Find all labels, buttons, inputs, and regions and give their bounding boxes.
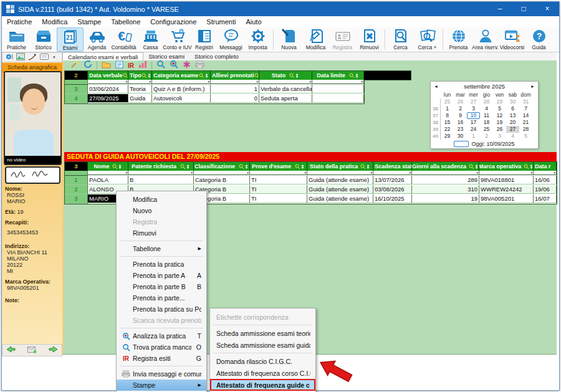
row-number[interactable]: 3 — [65, 85, 88, 94]
webcam-lens-icon[interactable] — [6, 52, 13, 63]
column-header-data-verbale[interactable]: Data verbale — [88, 71, 128, 80]
cell-prove[interactable]: TI — [250, 194, 307, 203]
filter-cell[interactable]: ▾ — [312, 80, 364, 84]
calendar-day[interactable]: 19 — [493, 119, 506, 126]
cell-nome[interactable]: PAOLA — [88, 176, 128, 184]
row-number[interactable]: 4 — [65, 94, 88, 103]
send-mail-icon[interactable] — [27, 345, 37, 356]
cell-tipo[interactable]: Guida — [128, 94, 152, 103]
zoom-plus-icon[interactable] — [170, 60, 178, 71]
cell-data-r[interactable]: 19/06 — [534, 185, 557, 194]
column-header-data-r[interactable]: Data r — [534, 162, 557, 171]
cell-data-r[interactable]: 16/07 — [534, 194, 557, 203]
photo-image-icon[interactable] — [16, 52, 25, 63]
magic-wand-icon[interactable] — [70, 60, 79, 71]
open-folder-icon[interactable] — [102, 60, 111, 71]
calendar-day[interactable]: 9 — [454, 112, 467, 119]
next-record-arrow-icon[interactable] — [48, 345, 58, 356]
asterisk-icon[interactable] — [183, 60, 191, 71]
menu-item-invia-messaggi[interactable]: Invia messaggi e comunicazioni — [117, 368, 206, 380]
filter-cell[interactable]: ▾ — [259, 80, 312, 84]
submenu-item-attestato-guide-obbligatorie[interactable]: Attestato di frequenza guide obbligatori… — [210, 379, 315, 391]
toolbar-button-imposta[interactable]: Imposta — [244, 27, 271, 52]
printer-icon[interactable] — [195, 60, 204, 71]
menu-item-prenota-la-pratica[interactable]: Prenota la pratica — [117, 259, 206, 270]
calendar-day[interactable]: 5 — [493, 105, 506, 112]
cell-categoria[interactable]: Quiz A e B (inform.) — [152, 85, 211, 93]
cell-giorni[interactable]: 19 — [412, 194, 479, 203]
calendar-day[interactable]: 3 — [467, 105, 480, 112]
calendar-day[interactable]: 30 — [454, 133, 467, 140]
column-header-stato-pratica[interactable]: Stato della pratica — [307, 162, 373, 171]
calendar-day[interactable]: 30 — [506, 98, 519, 105]
calendar-day[interactable]: 17 — [467, 119, 480, 126]
menu-item-modifica[interactable]: Modifica — [117, 194, 206, 205]
toolbar-button-prenota[interactable]: Prenota — [445, 27, 472, 52]
column-header-giorni-scadenza[interactable]: Giorni alla scadenza — [412, 162, 479, 171]
cell-prove[interactable]: TI — [250, 185, 307, 194]
calendar-day[interactable]: 2 — [480, 133, 493, 140]
cell-giorni[interactable]: 310 — [412, 185, 479, 194]
signature-pen-icon[interactable] — [28, 52, 37, 63]
toolbar-button-messaggi[interactable]: Messaggi — [218, 27, 244, 52]
filter-cell[interactable]: ▾ — [211, 80, 259, 84]
cell-allievi[interactable]: 1 — [211, 85, 259, 93]
cell-data-limite[interactable] — [312, 94, 364, 103]
menu-tabellone[interactable]: Tabellone — [106, 18, 145, 26]
calendar-day[interactable]: 25 — [441, 98, 454, 105]
submenu-item-domanda-cigc[interactable]: Domanda rilascio C.I.G.C. — [210, 355, 315, 367]
toolbar-button-guida[interactable]: ? Guida — [525, 27, 552, 52]
calendar-day[interactable]: 16 — [454, 119, 467, 126]
filter-cell[interactable]: ▾ — [194, 171, 250, 175]
toolbar-button-nuova[interactable]: Nuova — [276, 27, 302, 52]
menu-strumenti[interactable]: Strumenti — [201, 18, 241, 26]
submenu-item-scheda-teorici[interactable]: Scheda ammissione esami teorici — [210, 327, 315, 339]
column-header-tipo[interactable]: Tipo — [128, 71, 152, 80]
filter-cell[interactable]: ▾ — [128, 80, 152, 84]
previous-record-arrow-icon[interactable] — [6, 345, 16, 356]
calendar-day[interactable]: 7 — [519, 105, 532, 112]
calendar-day[interactable]: 14 — [519, 112, 532, 119]
row-number[interactable]: 3 — [65, 194, 88, 204]
cell-allievi[interactable]: 0 — [211, 94, 259, 103]
cell-stato-pratica[interactable]: Guida (attende esame) — [307, 176, 373, 184]
calendar-day[interactable]: 15 — [441, 119, 454, 126]
menu-item-prenota-portale[interactable]: Prenota la pratica su Portale — [117, 304, 206, 315]
calendar-day[interactable]: 4 — [480, 105, 493, 112]
calendar-day[interactable]: 1 — [441, 105, 454, 112]
menu-item-tabellone[interactable]: Tabellone▶ — [117, 243, 206, 254]
calendar-day[interactable]: 22 — [441, 126, 454, 133]
statistics-chart-icon[interactable] — [138, 60, 147, 71]
cell-patente[interactable]: B — [128, 176, 194, 184]
cell-data-limite[interactable] — [312, 85, 364, 93]
calendar-next-icon[interactable]: ► — [530, 84, 535, 88]
ir-register-icon[interactable]: IR — [128, 62, 134, 69]
column-header-classificazione[interactable]: Classificazione — [194, 162, 250, 171]
column-header-data-limite[interactable]: Data limite — [312, 71, 364, 80]
menu-item-prenota-in-parte[interactable]: Prenota in parte... — [117, 292, 206, 304]
menu-item-rimuovi[interactable]: Rimuovi — [117, 227, 206, 239]
minimize-button[interactable]: – — [488, 2, 512, 16]
calendar-day[interactable]: 11 — [480, 112, 493, 119]
calendar-day[interactable]: 4 — [506, 133, 519, 140]
calendar-day[interactable]: 3 — [493, 133, 506, 140]
cell-stato-pratica[interactable]: Guida (attende esame) — [307, 185, 373, 194]
toolbar-button-modifica[interactable]: Modifica — [302, 27, 329, 52]
calendar-day[interactable]: 28 — [480, 98, 493, 105]
menu-item-prenota-parte-a[interactable]: Prenota in parte AA — [117, 270, 206, 281]
toolbar-button-pratiche[interactable]: Pratiche — [3, 27, 30, 52]
submenu-item-attestato-corso-cigc[interactable]: Attestato di frequenza corso C.I.G.C — [210, 367, 315, 379]
calendar-day[interactable]: 24 — [467, 126, 480, 133]
toolbar-button-area-riservata[interactable]: Area riserv. — [472, 27, 499, 52]
calendar-day[interactable]: 29 — [441, 133, 454, 140]
calendar-day[interactable]: 28 — [519, 126, 532, 133]
column-header-prove[interactable]: Prove d'esame — [250, 162, 307, 171]
column-header-patente[interactable]: Patente richiesta — [128, 162, 194, 171]
cell-prove[interactable]: TI — [250, 176, 307, 184]
cell-data-verbale-selected[interactable]: 27/09/2025 — [88, 94, 128, 103]
maximize-button[interactable]: □ — [512, 2, 535, 16]
toolbar-button-contabilita[interactable]: € Contabilità — [110, 27, 137, 52]
column-header-marca-operativa[interactable]: Marca operativa — [479, 162, 534, 171]
cell-stato[interactable]: Seduta aperta — [259, 94, 312, 103]
toolbar-button-cerca-piu[interactable]: Cerca + — [414, 27, 441, 52]
